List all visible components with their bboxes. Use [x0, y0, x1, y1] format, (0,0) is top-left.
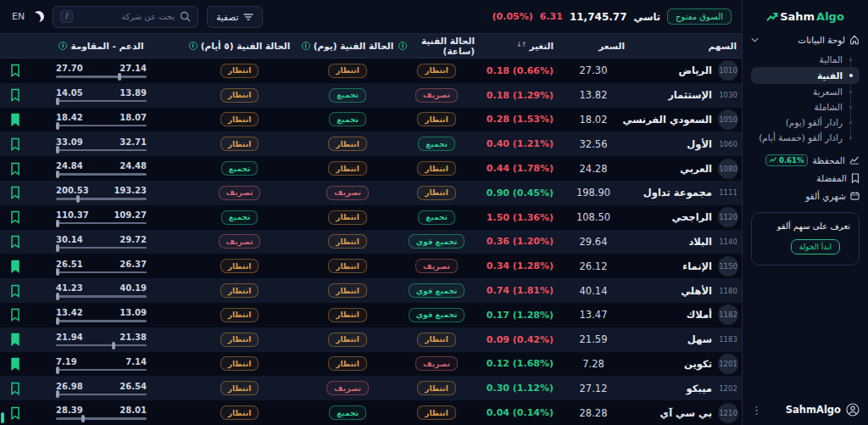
- user-avatar-icon[interactable]: [846, 403, 860, 417]
- search-shortcut-key: /: [60, 10, 73, 23]
- bookmark-toggle-icon[interactable]: [10, 210, 20, 224]
- dark-mode-moon-icon[interactable]: [33, 11, 44, 22]
- table-row[interactable]: 1140 البلاد 29.64 0.36 (1.20%) تجميع قوي…: [0, 230, 742, 254]
- stock-code: 1202: [718, 378, 738, 399]
- table-row[interactable]: 1183 سهل 21.59 0.09 (0.42%) انتظار انتظا…: [0, 327, 742, 352]
- brand-logo[interactable]: SahmAlgo: [751, 10, 860, 23]
- stock-change: 0.12 (1.68%): [487, 358, 554, 369]
- support-resistance-cell: 26.9826.54: [31, 382, 182, 396]
- support-value: 29.72: [120, 235, 147, 244]
- stock-name: سهل: [687, 333, 712, 345]
- table-row[interactable]: 1180 الأهلي 40.14 0.74 (1.81%) تجميع قوي…: [0, 278, 742, 303]
- tech-status-hour-badge: انتظار: [417, 112, 455, 126]
- info-icon[interactable]: i: [398, 42, 407, 50]
- table-row[interactable]: 1060 الأول 32.56 0.40 (1.21%) تجميع انتظ…: [0, 131, 742, 156]
- language-toggle[interactable]: EN: [12, 11, 25, 22]
- sidebar-item-favorites[interactable]: المفضلة: [751, 170, 860, 186]
- bookmark-toggle-icon[interactable]: [10, 333, 20, 346]
- stock-name: مجموعة تداول: [643, 187, 712, 199]
- stock-price: 24.28: [580, 163, 608, 175]
- support-value: 18.07: [120, 113, 147, 122]
- topbar-controls: تصفية / EN: [12, 6, 263, 28]
- sidebar-nav-item[interactable]: رادار ألقو (خمسة أيام): [751, 130, 860, 145]
- tech-status-hour-badge: تجميع قوي: [409, 283, 465, 298]
- stock-code: 1183: [718, 329, 738, 350]
- support-value: 24.48: [120, 161, 147, 171]
- stock-price: 27.12: [580, 383, 608, 394]
- tech-status-hour-badge: انتظار: [417, 161, 455, 176]
- stock-change: 0.74 (1.81%): [487, 285, 554, 296]
- market-summary: السوق مفتوح تاسي 11,745.77 6.31 (0.05%): [492, 8, 732, 25]
- tech-status-5day-badge: انتظار: [220, 259, 259, 273]
- sidebar-nav-item[interactable]: الشاملة: [751, 99, 860, 115]
- table-row[interactable]: 1182 أملاك 13.47 0.17 (1.28%) تجميع قوي …: [0, 303, 742, 327]
- sidebar-item-monthly-algo[interactable]: شهري ألقو: [751, 187, 860, 204]
- start-tour-button[interactable]: ابدأ الجولة: [791, 239, 840, 254]
- sidebar-nav-item[interactable]: رادار ألقو (يوم): [751, 115, 860, 130]
- bookmark-toggle-icon[interactable]: [10, 113, 20, 126]
- table-row[interactable]: 1202 ميبكو 27.12 0.30 (1.12%) انتظار تصر…: [0, 376, 742, 400]
- scrollbar-thumb[interactable]: [1, 412, 4, 423]
- table-row[interactable]: 1050 السعودي الفرنسي 18.02 0.28 (1.53%) …: [0, 108, 742, 132]
- index-name: تاسي: [634, 11, 661, 23]
- stock-price: 108.50: [576, 211, 610, 223]
- header-change[interactable]: التغير↓↑: [475, 41, 555, 51]
- support-value: 13.09: [120, 308, 147, 317]
- bookmark-toggle-icon[interactable]: [10, 137, 20, 151]
- support-value: 27.14: [120, 64, 147, 73]
- tech-status-day-badge: تصريف: [326, 186, 369, 200]
- table-row[interactable]: 1210 بي سي آي 28.28 0.04 (0.14%) انتظار …: [0, 400, 742, 425]
- stock-price: 27.30: [580, 64, 608, 76]
- stock-change: 0.18 (1.29%): [487, 90, 554, 101]
- info-icon[interactable]: i: [58, 42, 67, 50]
- resistance-value: 21.94: [56, 333, 83, 342]
- stock-change: 0.30 (1.12%): [487, 383, 554, 394]
- bookmark-toggle-icon[interactable]: [10, 88, 20, 102]
- info-icon[interactable]: i: [302, 42, 310, 50]
- support-resistance-cell: 13.4213.09: [31, 308, 182, 322]
- table-row[interactable]: 1080 العربي 24.28 0.44 (1.78%) انتظار ان…: [0, 156, 742, 181]
- tech-status-hour-badge: تصريف: [415, 88, 458, 103]
- chart-line-icon: [849, 155, 860, 165]
- sidebar-nav-item[interactable]: السعرية: [751, 84, 860, 99]
- sidebar-item-portfolio[interactable]: المحفظة 0.61%: [751, 152, 860, 168]
- table-row[interactable]: 1010 الرياض 27.30 0.18 (0.66%) انتظار ان…: [0, 59, 742, 83]
- table-row[interactable]: 1120 الراجحي 108.50 1.50 (1.36%) تجميع ا…: [0, 205, 742, 230]
- bookmark-toggle-icon[interactable]: [10, 260, 20, 273]
- info-icon[interactable]: i: [189, 42, 198, 50]
- table-row[interactable]: 1030 الإستثمار 13.82 0.18 (1.29%) تصريف …: [0, 83, 742, 108]
- bookmark-toggle-icon[interactable]: [10, 186, 20, 199]
- stock-code: 1010: [718, 60, 738, 81]
- sidebar-nav-item[interactable]: المالية: [751, 52, 860, 67]
- stock-price: 29.64: [580, 236, 608, 248]
- bookmark-toggle-icon[interactable]: [10, 406, 20, 420]
- support-value: 32.71: [120, 137, 147, 147]
- filter-button[interactable]: تصفية: [207, 6, 263, 28]
- sidebar-nav-item[interactable]: الفنية: [751, 67, 860, 84]
- bookmark-icon: [851, 173, 860, 183]
- table-row[interactable]: 1111 مجموعة تداول 198.90 0.90 (0.45%) ان…: [0, 181, 742, 205]
- bookmark-toggle-icon[interactable]: [10, 235, 20, 249]
- bookmark-toggle-icon[interactable]: [10, 382, 20, 395]
- stock-change: 1.50 (1.36%): [487, 212, 554, 223]
- kebab-menu-icon[interactable]: ⋮: [751, 404, 762, 417]
- resistance-value: 14.05: [56, 88, 83, 98]
- mini-chart-icon: [770, 157, 776, 163]
- bookmark-toggle-icon[interactable]: [10, 284, 20, 298]
- bookmark-toggle-icon[interactable]: [10, 162, 20, 176]
- support-resistance-cell: 21.9421.38: [31, 333, 182, 347]
- bookmark-toggle-icon[interactable]: [10, 308, 20, 322]
- stock-price: 7.28: [582, 358, 604, 370]
- slider-thumb: [56, 220, 59, 227]
- table-row[interactable]: 1201 تكوين 7.28 0.12 (1.68%) تصريف انتظا…: [0, 352, 742, 377]
- tour-card: تعرف على سهم ألقو ابدأ الجولة: [751, 212, 860, 266]
- support-value: 7.14: [125, 357, 147, 366]
- search-input[interactable]: [78, 12, 175, 21]
- market-status-badge: السوق مفتوح: [667, 8, 732, 25]
- table-row[interactable]: 1150 الإنماء 26.12 0.34 (1.28%) تصريف ان…: [0, 254, 742, 278]
- support-resistance-cell: 24.8424.48: [31, 161, 182, 176]
- stock-code: 1030: [718, 85, 738, 105]
- bookmark-toggle-icon[interactable]: [10, 357, 20, 371]
- bookmark-toggle-icon[interactable]: [10, 64, 20, 77]
- sidebar-item-dashboard[interactable]: لوحة البيانات: [751, 35, 860, 45]
